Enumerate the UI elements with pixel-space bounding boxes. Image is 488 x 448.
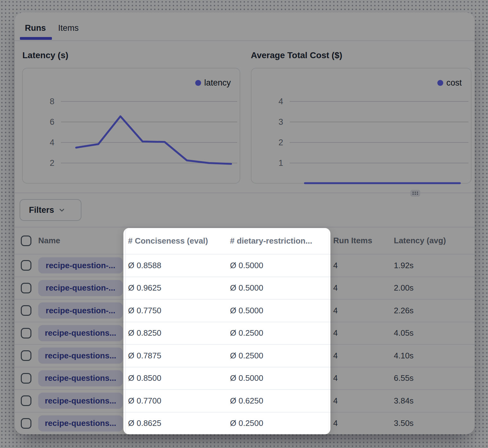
spotlight-row: Ø 0.9625 Ø 0.5000 [123,277,330,299]
conciseness-value-cell: Ø 0.8588 [128,254,161,277]
spotlight-row: Ø 0.8588 Ø 0.5000 [123,254,330,277]
conciseness-value-cell: Ø 0.7875 [128,345,161,367]
dietary-value-cell: Ø 0.5000 [230,367,263,390]
dietary-value-cell: Ø 0.2500 [230,345,263,367]
spotlight-row: Ø 0.7750 Ø 0.5000 [123,299,330,322]
dietary-value-cell: Ø 0.5000 [230,277,263,299]
spotlight-row: Ø 0.7875 Ø 0.2500 [123,344,330,367]
spotlight-row: Ø 0.8625 Ø 0.2500 [123,412,330,435]
conciseness-value-cell: Ø 0.8625 [128,413,161,435]
dietary-value-cell: Ø 0.5000 [230,254,263,277]
page-background: Runs Items Latency (s) Average Total Cos… [0,0,488,448]
spotlight-row: Ø 0.8500 Ø 0.5000 [123,367,330,390]
conciseness-value-cell: Ø 0.7750 [128,300,161,322]
conciseness-value-cell: Ø 0.8250 [128,322,161,344]
dietary-value-cell: Ø 0.2500 [230,413,263,435]
spotlight-header-row: # Conciseness (eval) # dietary-restricti… [123,228,330,254]
dietary-value-cell: Ø 0.2500 [230,322,263,344]
column-header-dietary: # dietary-restriction... [230,228,312,254]
spotlight-row: Ø 0.7700 Ø 0.6250 [123,389,330,412]
spotlight-row: Ø 0.8250 Ø 0.2500 [123,322,330,344]
column-header-conciseness: # Conciseness (eval) [128,228,208,254]
conciseness-value-cell: Ø 0.9625 [128,277,161,299]
dietary-value-cell: Ø 0.5000 [230,300,263,322]
conciseness-value-cell: Ø 0.7700 [128,390,161,412]
conciseness-value-cell: Ø 0.8500 [128,367,161,390]
spotlight-columns: # Conciseness (eval) # dietary-restricti… [123,228,330,434]
dietary-value-cell: Ø 0.6250 [230,390,263,412]
